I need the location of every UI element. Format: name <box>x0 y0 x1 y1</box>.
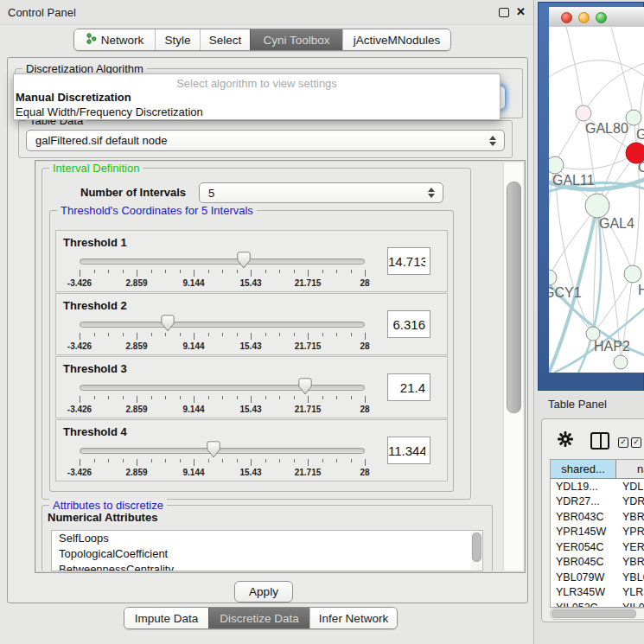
tab-discretize-data[interactable]: Discretize Data <box>208 608 309 628</box>
threshold-row: Threshold 4 -3.4262.8599.14415.4321.7152… <box>55 419 448 481</box>
slider-thumb[interactable] <box>298 378 312 395</box>
table-row[interactable]: YIL052CYIL0 <box>551 600 644 608</box>
slider-thumb[interactable] <box>207 441 220 458</box>
table-cell[interactable]: YBL079W <box>551 571 616 583</box>
slider-track[interactable] <box>80 385 365 391</box>
threshold-slider[interactable]: -3.4262.8599.14415.4321.71528 <box>56 420 385 481</box>
attribute-item-topologicalcoefficient[interactable]: TopologicalCoefficient <box>52 546 482 562</box>
network-window-titlebar[interactable] <box>549 7 644 28</box>
horizontal-scrollbar[interactable] <box>550 608 644 620</box>
threshold-value-field[interactable] <box>387 247 430 275</box>
close-icon[interactable]: ✕ <box>516 5 526 18</box>
table-row[interactable]: YDL19...YDL1 <box>551 479 644 494</box>
control-panel-window: Control Panel ✕ NetworkStyleSelectCyni T… <box>0 0 534 644</box>
apply-button[interactable]: Apply <box>234 581 293 603</box>
table-row[interactable]: YPR145WYPR1 <box>551 525 644 540</box>
table-panel: ✓ ✓ shared... na YDL19...YDL1YDR27...YDR… <box>541 418 644 622</box>
table-cell[interactable]: YER054C <box>551 541 616 553</box>
threshold-value-field[interactable] <box>387 437 430 464</box>
threshold-value-field[interactable] <box>387 373 430 401</box>
network-node-gcy1[interactable] <box>549 270 557 285</box>
tab-infer-network[interactable]: Infer Network <box>309 608 397 628</box>
column-header-shared-name[interactable]: shared... <box>551 460 616 478</box>
threshold-slider[interactable]: -3.4262.8599.14415.4321.71528 <box>56 294 385 354</box>
control-panel-tabbar: NetworkStyleSelectCyni ToolboxjActiveMNo… <box>73 29 451 51</box>
table-cell[interactable]: YPR1 <box>616 526 644 538</box>
slider-track[interactable] <box>80 258 365 265</box>
table-cell[interactable]: YPR145W <box>551 526 616 538</box>
tab-cyni-toolbox[interactable]: Cyni Toolbox <box>250 29 342 50</box>
tab-jactivemnodules[interactable]: jActiveMNodules <box>342 29 450 50</box>
algorithm-option-manual-discretization[interactable]: Manual Discretization <box>14 90 500 105</box>
network-graph[interactable]: GAL80GACGAL11GAL4GCY1HHAP2 <box>549 27 644 373</box>
column-header-name[interactable]: na <box>616 460 644 478</box>
tab-select[interactable]: Select <box>200 29 250 50</box>
table-row[interactable]: YBR043CYBR0 <box>551 509 644 525</box>
tab-label: jActiveMNodules <box>354 34 441 47</box>
vertical-scrollbar-thumb[interactable] <box>507 182 521 413</box>
combobox-arrows-icon <box>428 188 435 198</box>
gear-icon[interactable] <box>558 431 573 447</box>
network-node-gal4[interactable] <box>585 194 609 218</box>
float-window-icon[interactable] <box>499 8 509 17</box>
table-row[interactable]: YDR27...YDR2 <box>551 494 644 510</box>
table-data-combobox[interactable]: galFiltered.sif default node <box>26 130 505 151</box>
slider-track[interactable] <box>80 448 365 454</box>
table-cell[interactable]: YBR045C <box>551 556 616 568</box>
attributes-group: Attributes to discretize Numerical Attri… <box>41 505 493 571</box>
table-cell[interactable]: YDR2 <box>616 495 644 507</box>
table-cell[interactable]: YDR27... <box>551 495 616 507</box>
numerical-attributes-list[interactable]: SelfLoopsTopologicalCoefficientBetweenne… <box>51 530 483 571</box>
number-of-intervals-combobox[interactable]: 5 <box>199 182 443 203</box>
network-node-ga[interactable] <box>626 110 641 125</box>
network-node-h[interactable] <box>624 265 641 283</box>
column-view-icon[interactable] <box>590 432 609 450</box>
minimize-traffic-light[interactable] <box>578 12 590 23</box>
threshold-slider[interactable]: -3.4262.8599.14415.4321.71528 <box>56 231 385 291</box>
tab-network[interactable]: Network <box>74 29 155 50</box>
network-node-gal11[interactable] <box>549 156 564 174</box>
network-node-gal80[interactable] <box>576 105 591 121</box>
horizontal-scrollbar-thumb[interactable] <box>552 609 636 618</box>
tab-impute-data[interactable]: Impute Data <box>124 608 208 628</box>
list-scrollbar[interactable] <box>471 532 481 570</box>
table-cell[interactable]: YER0 <box>616 541 644 553</box>
table-row[interactable]: YLR345WYLR3 <box>551 585 644 601</box>
tab-style[interactable]: Style <box>155 29 200 50</box>
checked-checkbox-icon[interactable]: ✓ <box>631 437 641 448</box>
threshold-slider[interactable]: -3.4262.8599.14415.4321.71528 <box>56 357 385 418</box>
table-cell[interactable]: YBL0 <box>616 571 644 583</box>
number-of-intervals-value: 5 <box>208 187 214 200</box>
vertical-scrollbar[interactable] <box>503 163 523 571</box>
algorithm-option-equal-width-frequency-discretization[interactable]: Equal Width/Frequency Discretization <box>14 105 500 119</box>
checked-checkbox-icon[interactable]: ✓ <box>618 437 628 448</box>
settings-scrollpane: Interval Definition Number of Intervals … <box>35 160 526 573</box>
network-node[interactable] <box>614 355 628 369</box>
attribute-item-selfloops[interactable]: SelfLoops <box>52 531 482 546</box>
table-cell[interactable]: YIL0 <box>616 602 644 608</box>
table-cell[interactable]: YIL052C <box>551 602 616 608</box>
slider-thumb[interactable] <box>237 252 251 269</box>
threshold-value-field[interactable] <box>387 310 430 338</box>
network-node-label: H <box>638 283 644 297</box>
slider-track[interactable] <box>80 322 365 328</box>
node-attribute-table: shared... na YDL19...YDL1YDR27...YDR2YBR… <box>550 459 644 608</box>
threshold-row: Threshold 1 -3.4262.8599.14415.4321.7152… <box>55 230 448 292</box>
zoom-traffic-light[interactable] <box>596 12 607 23</box>
slider-thumb[interactable] <box>161 315 175 332</box>
network-canvas[interactable]: GAL80GACGAL11GAL4GCY1HHAP2 <box>549 27 644 373</box>
table-cell[interactable]: YBR0 <box>616 511 644 523</box>
table-cell[interactable]: YBR0 <box>616 556 644 568</box>
attribute-item-betweennesscentrality[interactable]: BetweennessCentrality <box>52 562 482 571</box>
list-scrollbar-thumb[interactable] <box>472 532 481 562</box>
table-cell[interactable]: YLR345W <box>551 586 616 598</box>
table-cell[interactable]: YDL19... <box>551 481 616 493</box>
table-cell[interactable]: YBR043C <box>551 511 616 523</box>
algorithm-hint-option[interactable]: Select algorithm to view settings <box>14 74 500 90</box>
close-traffic-light[interactable] <box>561 12 572 23</box>
table-cell[interactable]: YDL1 <box>616 481 644 493</box>
table-row[interactable]: YER054CYER0 <box>551 539 644 555</box>
table-cell[interactable]: YLR3 <box>616 586 644 598</box>
table-row[interactable]: YBR045CYBR0 <box>551 555 644 571</box>
table-row[interactable]: YBL079WYBL0 <box>551 570 644 585</box>
